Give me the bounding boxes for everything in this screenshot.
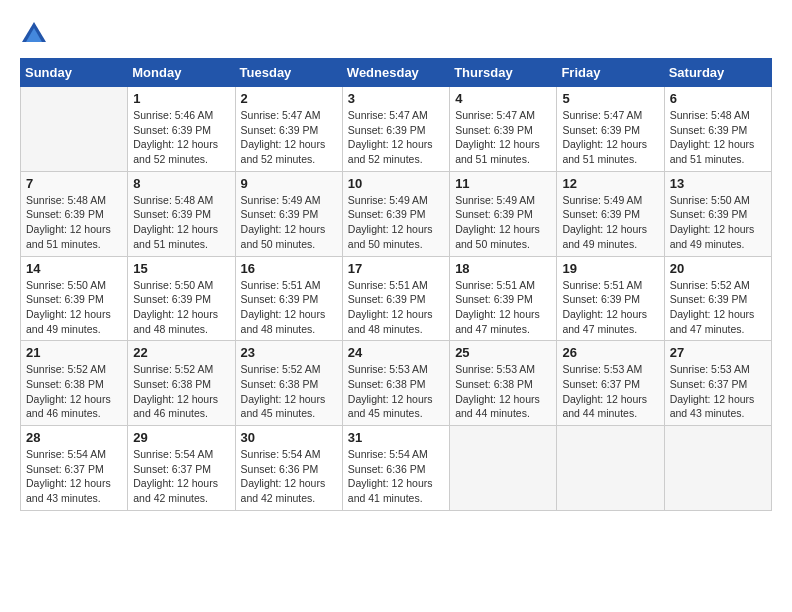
day-info: Sunrise: 5:48 AM Sunset: 6:39 PM Dayligh… [26,193,122,252]
day-number: 30 [241,430,337,445]
calendar-cell: 23Sunrise: 5:52 AM Sunset: 6:38 PM Dayli… [235,341,342,426]
calendar-cell: 4Sunrise: 5:47 AM Sunset: 6:39 PM Daylig… [450,87,557,172]
calendar-cell: 27Sunrise: 5:53 AM Sunset: 6:37 PM Dayli… [664,341,771,426]
calendar-cell: 24Sunrise: 5:53 AM Sunset: 6:38 PM Dayli… [342,341,449,426]
logo [20,20,52,48]
day-number: 20 [670,261,766,276]
calendar-cell [450,426,557,511]
calendar-cell: 1Sunrise: 5:46 AM Sunset: 6:39 PM Daylig… [128,87,235,172]
day-number: 21 [26,345,122,360]
day-number: 27 [670,345,766,360]
calendar-cell: 6Sunrise: 5:48 AM Sunset: 6:39 PM Daylig… [664,87,771,172]
day-info: Sunrise: 5:51 AM Sunset: 6:39 PM Dayligh… [348,278,444,337]
header-day: Friday [557,59,664,87]
calendar-cell [557,426,664,511]
calendar-cell: 11Sunrise: 5:49 AM Sunset: 6:39 PM Dayli… [450,171,557,256]
calendar-cell: 19Sunrise: 5:51 AM Sunset: 6:39 PM Dayli… [557,256,664,341]
day-info: Sunrise: 5:48 AM Sunset: 6:39 PM Dayligh… [133,193,229,252]
day-info: Sunrise: 5:48 AM Sunset: 6:39 PM Dayligh… [670,108,766,167]
calendar-week-row: 7Sunrise: 5:48 AM Sunset: 6:39 PM Daylig… [21,171,772,256]
day-number: 10 [348,176,444,191]
calendar-cell: 25Sunrise: 5:53 AM Sunset: 6:38 PM Dayli… [450,341,557,426]
day-number: 4 [455,91,551,106]
day-number: 7 [26,176,122,191]
calendar-cell [664,426,771,511]
calendar-cell: 22Sunrise: 5:52 AM Sunset: 6:38 PM Dayli… [128,341,235,426]
day-number: 28 [26,430,122,445]
calendar-cell: 26Sunrise: 5:53 AM Sunset: 6:37 PM Dayli… [557,341,664,426]
day-info: Sunrise: 5:51 AM Sunset: 6:39 PM Dayligh… [455,278,551,337]
header-day: Saturday [664,59,771,87]
calendar-cell: 29Sunrise: 5:54 AM Sunset: 6:37 PM Dayli… [128,426,235,511]
day-info: Sunrise: 5:50 AM Sunset: 6:39 PM Dayligh… [133,278,229,337]
calendar-cell: 15Sunrise: 5:50 AM Sunset: 6:39 PM Dayli… [128,256,235,341]
day-number: 12 [562,176,658,191]
day-info: Sunrise: 5:53 AM Sunset: 6:37 PM Dayligh… [562,362,658,421]
calendar-cell: 10Sunrise: 5:49 AM Sunset: 6:39 PM Dayli… [342,171,449,256]
calendar-cell: 20Sunrise: 5:52 AM Sunset: 6:39 PM Dayli… [664,256,771,341]
day-info: Sunrise: 5:47 AM Sunset: 6:39 PM Dayligh… [455,108,551,167]
calendar-week-row: 14Sunrise: 5:50 AM Sunset: 6:39 PM Dayli… [21,256,772,341]
day-info: Sunrise: 5:50 AM Sunset: 6:39 PM Dayligh… [670,193,766,252]
calendar-cell: 9Sunrise: 5:49 AM Sunset: 6:39 PM Daylig… [235,171,342,256]
day-info: Sunrise: 5:53 AM Sunset: 6:37 PM Dayligh… [670,362,766,421]
day-info: Sunrise: 5:47 AM Sunset: 6:39 PM Dayligh… [562,108,658,167]
page-header [20,20,772,48]
day-info: Sunrise: 5:54 AM Sunset: 6:37 PM Dayligh… [133,447,229,506]
calendar-cell: 21Sunrise: 5:52 AM Sunset: 6:38 PM Dayli… [21,341,128,426]
calendar-cell: 16Sunrise: 5:51 AM Sunset: 6:39 PM Dayli… [235,256,342,341]
calendar-cell: 28Sunrise: 5:54 AM Sunset: 6:37 PM Dayli… [21,426,128,511]
logo-icon [20,20,48,48]
day-info: Sunrise: 5:52 AM Sunset: 6:38 PM Dayligh… [241,362,337,421]
day-number: 2 [241,91,337,106]
calendar-cell: 31Sunrise: 5:54 AM Sunset: 6:36 PM Dayli… [342,426,449,511]
day-number: 26 [562,345,658,360]
header-day: Thursday [450,59,557,87]
day-number: 14 [26,261,122,276]
day-number: 22 [133,345,229,360]
header-day: Sunday [21,59,128,87]
day-number: 11 [455,176,551,191]
header-day: Tuesday [235,59,342,87]
calendar-cell: 8Sunrise: 5:48 AM Sunset: 6:39 PM Daylig… [128,171,235,256]
day-info: Sunrise: 5:52 AM Sunset: 6:38 PM Dayligh… [133,362,229,421]
day-number: 18 [455,261,551,276]
calendar-cell: 18Sunrise: 5:51 AM Sunset: 6:39 PM Dayli… [450,256,557,341]
day-number: 17 [348,261,444,276]
day-info: Sunrise: 5:51 AM Sunset: 6:39 PM Dayligh… [241,278,337,337]
day-info: Sunrise: 5:52 AM Sunset: 6:38 PM Dayligh… [26,362,122,421]
day-info: Sunrise: 5:54 AM Sunset: 6:36 PM Dayligh… [348,447,444,506]
calendar-cell: 5Sunrise: 5:47 AM Sunset: 6:39 PM Daylig… [557,87,664,172]
header-day: Wednesday [342,59,449,87]
day-number: 13 [670,176,766,191]
calendar-cell: 12Sunrise: 5:49 AM Sunset: 6:39 PM Dayli… [557,171,664,256]
day-number: 6 [670,91,766,106]
day-number: 16 [241,261,337,276]
day-number: 19 [562,261,658,276]
day-info: Sunrise: 5:49 AM Sunset: 6:39 PM Dayligh… [241,193,337,252]
calendar-week-row: 1Sunrise: 5:46 AM Sunset: 6:39 PM Daylig… [21,87,772,172]
day-info: Sunrise: 5:49 AM Sunset: 6:39 PM Dayligh… [562,193,658,252]
header-day: Monday [128,59,235,87]
day-number: 5 [562,91,658,106]
day-info: Sunrise: 5:54 AM Sunset: 6:37 PM Dayligh… [26,447,122,506]
calendar-cell [21,87,128,172]
day-number: 25 [455,345,551,360]
calendar-week-row: 28Sunrise: 5:54 AM Sunset: 6:37 PM Dayli… [21,426,772,511]
day-number: 15 [133,261,229,276]
day-number: 8 [133,176,229,191]
calendar-cell: 2Sunrise: 5:47 AM Sunset: 6:39 PM Daylig… [235,87,342,172]
day-info: Sunrise: 5:50 AM Sunset: 6:39 PM Dayligh… [26,278,122,337]
day-info: Sunrise: 5:53 AM Sunset: 6:38 PM Dayligh… [348,362,444,421]
calendar-cell: 7Sunrise: 5:48 AM Sunset: 6:39 PM Daylig… [21,171,128,256]
calendar-table: SundayMondayTuesdayWednesdayThursdayFrid… [20,58,772,511]
calendar-cell: 14Sunrise: 5:50 AM Sunset: 6:39 PM Dayli… [21,256,128,341]
day-number: 3 [348,91,444,106]
day-info: Sunrise: 5:52 AM Sunset: 6:39 PM Dayligh… [670,278,766,337]
day-info: Sunrise: 5:53 AM Sunset: 6:38 PM Dayligh… [455,362,551,421]
day-number: 9 [241,176,337,191]
header-row: SundayMondayTuesdayWednesdayThursdayFrid… [21,59,772,87]
day-number: 23 [241,345,337,360]
calendar-cell: 17Sunrise: 5:51 AM Sunset: 6:39 PM Dayli… [342,256,449,341]
day-info: Sunrise: 5:47 AM Sunset: 6:39 PM Dayligh… [241,108,337,167]
